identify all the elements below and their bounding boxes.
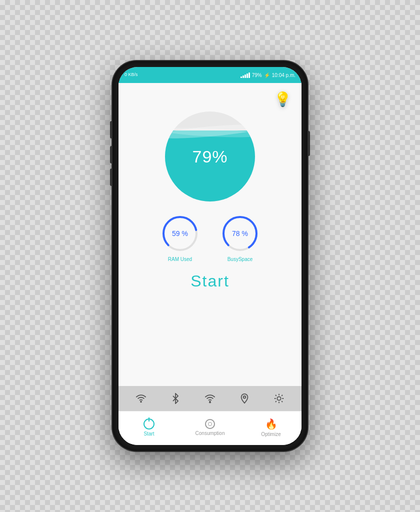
finger-icon	[205, 419, 215, 429]
ram-gauge-label: RAM Used	[168, 256, 192, 262]
svg-line-12	[282, 401, 283, 402]
phone-device: 0 KB/s 79% ⚡ 10:04 p.m. 💡	[112, 61, 308, 451]
toggle-bar	[118, 386, 302, 411]
nav-item-consumption[interactable]: Consumption	[180, 419, 240, 436]
nav-label-consumption: Consumption	[196, 430, 225, 436]
main-area: 💡 79%	[118, 83, 302, 386]
data-speed: 0 KB/s	[124, 72, 138, 78]
nav-item-optimize[interactable]: 🔥 Optimize	[240, 418, 302, 437]
svg-rect-6	[209, 402, 211, 403]
location-toggle[interactable]	[236, 390, 254, 408]
time-display: 10:04 p.m.	[272, 72, 296, 78]
wifi-signal-toggle[interactable]	[201, 390, 219, 408]
nav-label-optimize: Optimize	[261, 432, 280, 437]
signal-bar-3	[244, 74, 246, 78]
flame-icon: 🔥	[265, 418, 278, 430]
svg-point-4	[140, 402, 142, 402]
battery-percent: 79%	[252, 72, 262, 78]
busy-gauge-circle: 78 %	[220, 214, 260, 254]
lightning-icon: ⚡	[264, 72, 270, 78]
signal-bar-5	[248, 72, 250, 78]
status-bar-right: 79% ⚡ 10:04 p.m.	[240, 72, 296, 78]
svg-line-11	[276, 395, 276, 396]
app-content: 💡 79%	[118, 83, 302, 445]
lightbulb-icon[interactable]: 💡	[274, 91, 292, 108]
status-bar: 0 KB/s 79% ⚡ 10:04 p.m.	[118, 67, 302, 83]
svg-line-15	[276, 401, 276, 402]
brightness-icon	[274, 393, 284, 404]
svg-point-8	[278, 396, 281, 400]
busy-gauge-label: BusySpace	[228, 256, 253, 262]
svg-point-5	[210, 402, 210, 402]
ram-gauge: 59 % RAM Used	[160, 214, 200, 262]
wifi-icon	[136, 393, 146, 404]
start-button[interactable]: Start	[190, 272, 230, 290]
signal-bars-icon	[240, 72, 250, 78]
finger-inner	[208, 422, 212, 426]
brightness-toggle[interactable]	[270, 390, 288, 408]
busy-gauge-text: 78 %	[232, 230, 248, 238]
signal-bar-2	[242, 76, 244, 78]
busy-gauge: 78 % BusySpace	[220, 214, 260, 262]
signal-bar-1	[240, 76, 242, 78]
wifi-signal-icon	[204, 393, 216, 404]
svg-point-7	[244, 396, 246, 398]
main-gauge-percent: 79%	[192, 147, 228, 166]
power-icon	[144, 418, 154, 430]
bottom-nav: Start Consumption 🔥 Optimize	[118, 411, 302, 445]
small-gauges-row: 59 % RAM Used 78 % BusySp	[160, 214, 260, 262]
main-gauge: 79%	[165, 112, 255, 202]
svg-line-16	[282, 395, 283, 396]
signal-bar-4	[246, 74, 248, 78]
ram-gauge-circle: 59 %	[160, 214, 200, 254]
bluetooth-icon	[170, 393, 181, 404]
phone-screen: 0 KB/s 79% ⚡ 10:04 p.m. 💡	[118, 67, 302, 445]
bluetooth-toggle[interactable]	[166, 390, 184, 408]
main-gauge-container: 79%	[165, 112, 255, 202]
location-icon	[239, 393, 250, 404]
wifi-toggle[interactable]	[132, 390, 150, 408]
nav-label-start: Start	[144, 431, 154, 436]
nav-item-start[interactable]: Start	[118, 418, 180, 436]
lightbulb-container: 💡	[128, 91, 292, 108]
ram-gauge-text: 59 %	[172, 230, 188, 238]
